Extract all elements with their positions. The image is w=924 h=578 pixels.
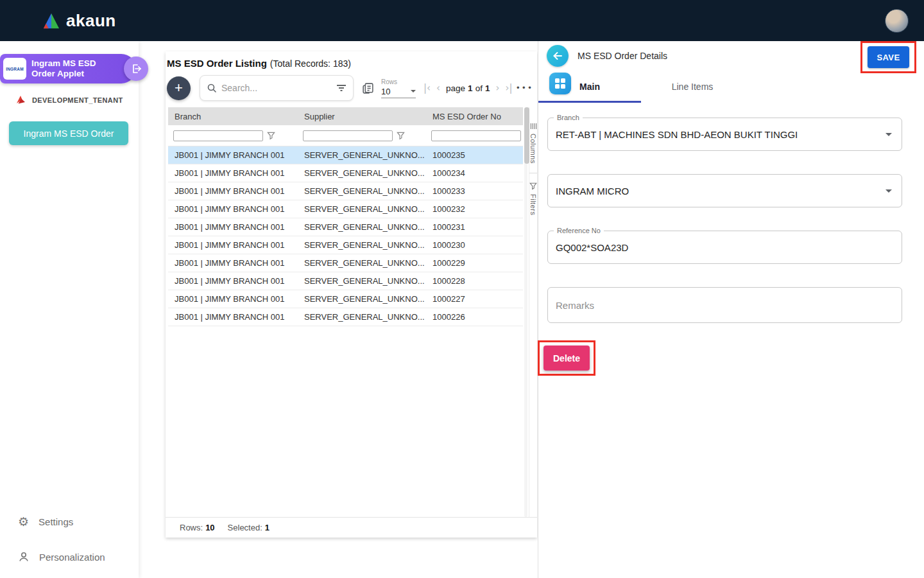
details-title: MS ESD Order Details — [578, 51, 667, 61]
table-row[interactable]: JB001 | JIMMY BRANCH 001 SERVER_GENERAL_… — [168, 236, 523, 254]
search-input[interactable] — [221, 83, 332, 93]
branch-field-value: RET-ABT | MACHINES SDN BHD-AEON BUKIT TI… — [556, 129, 798, 140]
branch-select[interactable]: Branch RET-ABT | MACHINES SDN BHD-AEON B… — [547, 118, 902, 151]
table-row[interactable]: JB001 | JIMMY BRANCH 001 SERVER_GENERAL_… — [168, 164, 523, 182]
branch-field-label: Branch — [554, 114, 583, 121]
reference-input[interactable] — [556, 231, 876, 263]
save-annotation-box: SAVE — [860, 41, 916, 73]
akaun-logo: akaun — [42, 11, 116, 31]
tab-line-items[interactable]: Line Items — [641, 71, 744, 103]
back-button[interactable] — [547, 45, 569, 67]
rows-per-page-value: 10 — [381, 87, 390, 96]
last-page-button[interactable]: ›| — [505, 82, 512, 94]
pages-icon[interactable] — [361, 82, 375, 95]
columns-side-tab[interactable]: Columns — [529, 123, 537, 164]
columns-tab-label: Columns — [529, 134, 537, 164]
prev-page-button[interactable]: ‹ — [436, 82, 440, 94]
table-filter-row — [168, 125, 523, 146]
table-scrollbar[interactable] — [524, 107, 527, 517]
applet-button[interactable]: INGRAM Ingram MS ESD Order Applet — [0, 54, 136, 83]
search-icon — [207, 83, 217, 93]
applet-label: Ingram MS ESD Order Applet — [31, 58, 112, 79]
next-page-button[interactable]: › — [495, 82, 499, 94]
scrollbar-thumb[interactable] — [524, 107, 529, 164]
pagination: |‹ ‹ page1of1 › ›| — [424, 82, 512, 94]
strip-divider — [529, 173, 537, 173]
rows-per-page-select[interactable]: Rows 10 — [381, 78, 416, 98]
columns-icon — [530, 123, 537, 130]
settings-item[interactable]: ⚙ Settings — [0, 511, 139, 532]
table-row[interactable]: JB001 | JIMMY BRANCH 001 SERVER_GENERAL_… — [168, 290, 523, 308]
delete-annotation-box: Delete — [538, 340, 595, 376]
remarks-input[interactable] — [556, 288, 894, 322]
rows-count: Rows:10 — [180, 523, 215, 532]
personalization-label: Personalization — [39, 552, 105, 563]
branch-filter-input[interactable] — [173, 130, 263, 141]
table-header: Branch Supplier MS ESD Order No — [168, 107, 523, 125]
listing-title: MS ESD Order Listing — [167, 58, 267, 69]
table-row[interactable]: JB001 | JIMMY BRANCH 001 SERVER_GENERAL_… — [168, 182, 523, 200]
table-row[interactable]: JB001 | JIMMY BRANCH 001 SERVER_GENERAL_… — [168, 200, 523, 218]
plus-icon: + — [175, 81, 183, 95]
table-row[interactable]: JB001 | JIMMY BRANCH 001 SERVER_GENERAL_… — [168, 308, 523, 326]
ingram-badge-text: INGRAM — [6, 67, 24, 71]
listing-toolbar: + Rows 10 — [166, 69, 537, 103]
listing-footer: Rows:10 Selected:1 — [166, 517, 537, 538]
supplier-filter-input[interactable] — [303, 130, 393, 141]
details-tabs: Main Line Items — [538, 71, 924, 103]
column-header-supplier[interactable]: Supplier — [298, 107, 426, 125]
first-page-button[interactable]: |‹ — [424, 82, 431, 94]
module-button[interactable]: Ingram MS ESD Order — [9, 121, 128, 145]
tab-main-label: Main — [579, 82, 600, 92]
table-row[interactable]: JB001 | JIMMY BRANCH 001 SERVER_GENERAL_… — [168, 254, 523, 272]
sidebar: INGRAM Ingram MS ESD Order Applet DEVELO… — [0, 41, 139, 578]
topbar: akaun — [0, 0, 924, 41]
chevron-down-icon — [886, 133, 892, 136]
remarks-field — [547, 287, 902, 323]
gear-icon: ⚙ — [18, 516, 29, 528]
filter-list-icon[interactable] — [336, 83, 346, 92]
tenant-icon — [15, 95, 26, 105]
filters-side-tab[interactable]: Filters — [529, 182, 537, 215]
save-button[interactable]: SAVE — [868, 46, 909, 68]
table-row[interactable]: JB001 | JIMMY BRANCH 001 SERVER_GENERAL_… — [168, 146, 523, 164]
supplier-filter-funnel-icon[interactable] — [397, 132, 405, 140]
delete-button[interactable]: Delete — [543, 346, 590, 371]
order-table: Branch Supplier MS ESD Order No JB001 — [166, 107, 523, 517]
tenant-selector[interactable]: DEVELOPMENT_TENANT — [15, 95, 123, 105]
arrow-left-icon — [552, 50, 563, 62]
table-side-strip: Columns Filters — [529, 107, 537, 517]
reference-field: Reference No — [547, 231, 902, 264]
table-row[interactable]: JB001 | JIMMY BRANCH 001 SERVER_GENERAL_… — [168, 272, 523, 290]
details-form: Branch RET-ABT | MACHINES SDN BHD-AEON B… — [538, 103, 924, 376]
supplier-field-value: INGRAM MICRO — [556, 186, 629, 197]
listing-title-row: MS ESD Order Listing (Total Records: 183… — [166, 51, 537, 69]
selected-count: Selected:1 — [228, 523, 270, 532]
supplier-select[interactable]: INGRAM MICRO — [547, 174, 902, 207]
column-header-order-no[interactable]: MS ESD Order No — [426, 107, 523, 125]
more-menu-icon[interactable]: ••• — [516, 83, 535, 92]
person-icon — [18, 551, 30, 563]
chevron-down-icon — [886, 189, 892, 193]
exit-applet-icon[interactable] — [124, 57, 148, 81]
details-panel: MS ESD Order Details SAVE Main Line Item… — [538, 41, 924, 578]
akaun-triangle-icon — [42, 13, 60, 29]
page-indicator: page1of1 — [446, 83, 490, 93]
branch-filter-funnel-icon[interactable] — [267, 132, 275, 140]
column-header-branch[interactable]: Branch — [168, 107, 298, 125]
tenant-label: DEVELOPMENT_TENANT — [32, 96, 123, 104]
total-records: (Total Records: 183) — [270, 58, 351, 69]
funnel-icon — [529, 182, 537, 190]
table-body: Branch Supplier MS ESD Order No JB001 — [166, 107, 537, 517]
personalization-item[interactable]: Personalization — [0, 547, 139, 567]
search-box — [200, 75, 354, 101]
tab-main[interactable]: Main — [538, 71, 641, 103]
table-row[interactable]: JB001 | JIMMY BRANCH 001 SERVER_GENERAL_… — [168, 218, 523, 236]
add-record-button[interactable]: + — [167, 76, 191, 100]
order-no-filter-input[interactable] — [431, 130, 521, 141]
logo-text: akaun — [66, 11, 116, 31]
avatar[interactable] — [885, 9, 909, 33]
reference-field-label: Reference No — [554, 227, 604, 234]
rows-per-page-label: Rows — [381, 78, 416, 85]
tab-line-items-label: Line Items — [672, 82, 714, 92]
